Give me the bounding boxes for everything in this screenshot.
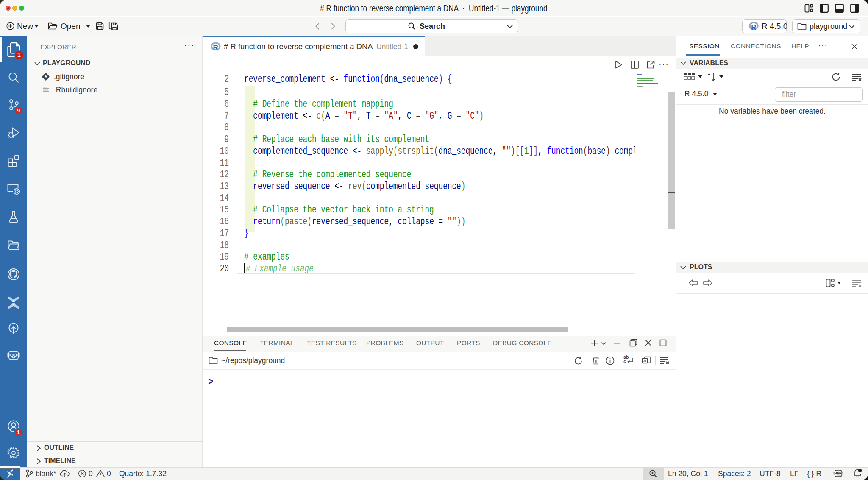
svg-text:R: R — [751, 23, 756, 31]
